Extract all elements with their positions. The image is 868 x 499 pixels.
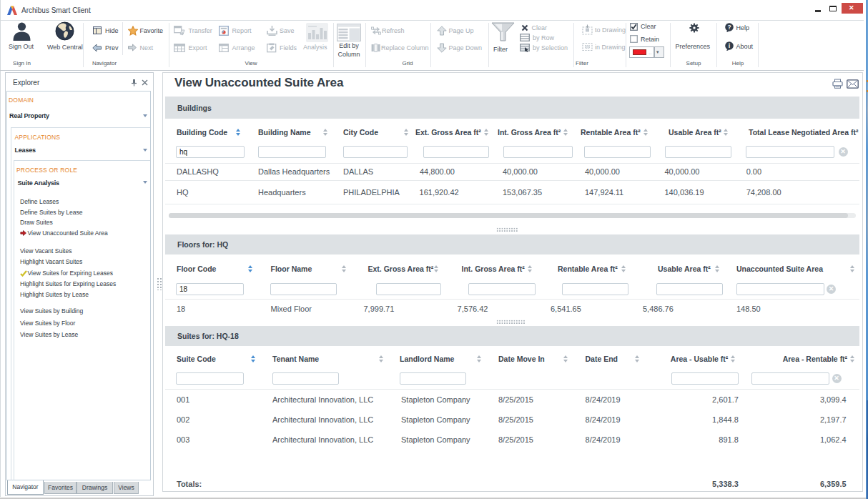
svg-text:i: i [729, 42, 731, 49]
svg-text:?: ? [727, 23, 731, 30]
